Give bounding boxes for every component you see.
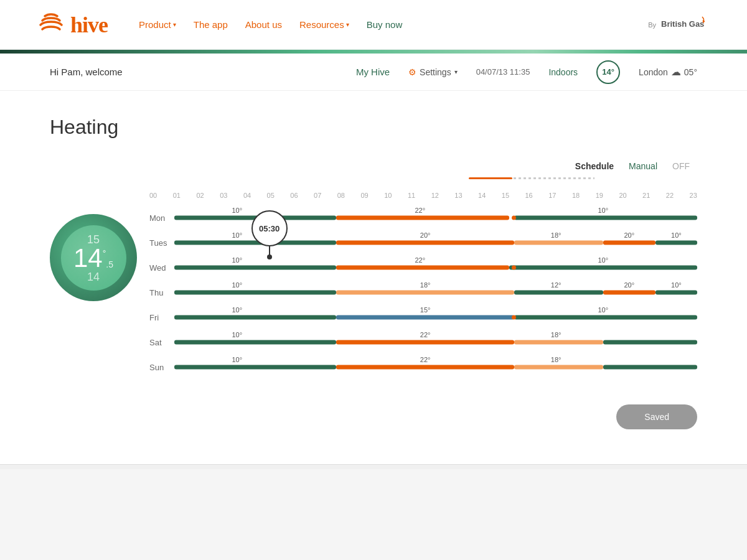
main-nav: Product ▾ The app About us Resources ▾ B…: [139, 19, 648, 30]
by-label: By: [648, 21, 656, 29]
settings-gear-icon: ⚙: [408, 67, 416, 77]
nav-buy-now[interactable]: Buy now: [367, 19, 403, 30]
schedule-area: 00 01 02 03 04 05 06 07 08 09 10 11 12 1…: [149, 192, 697, 429]
tab-manual[interactable]: Manual: [621, 157, 665, 175]
day-label: Wed: [149, 263, 174, 273]
header: hive Product ▾ The app About us Resource…: [0, 0, 747, 50]
saved-button[interactable]: Saved: [616, 404, 697, 429]
hive-logo-icon: [37, 11, 65, 39]
table-row: Tues 10° 20° 18° 20° 10°: [149, 230, 697, 255]
sub-header: Hi Pam, welcome My Hive ⚙ Settings ▾ 04/…: [0, 54, 747, 91]
table-row: Mon 10° 22° 10°: [149, 205, 697, 230]
chevron-down-icon: ▾: [173, 21, 176, 28]
nav-about-us[interactable]: About us: [245, 19, 282, 30]
indoors-label: Indoors: [548, 67, 578, 77]
tab-off[interactable]: OFF: [665, 157, 697, 175]
thermostat-widget: 15 14 ° .5 14: [50, 214, 137, 301]
day-label: Sun: [149, 363, 174, 372]
main-content: Heating Schedule Manual OFF 15: [0, 91, 747, 464]
svg-text:British Gas: British Gas: [661, 19, 704, 29]
chevron-down-icon: ▾: [346, 21, 349, 28]
chevron-down-icon: ▾: [454, 68, 458, 75]
british-gas-logo-icon: British Gas: [660, 14, 710, 35]
location-weather: London ☁ 05°: [639, 66, 697, 78]
logo-text: hive: [70, 12, 108, 38]
day-label: Mon: [149, 213, 174, 223]
table-row: Thu 10° 18° 12° 20° 10°: [149, 280, 697, 305]
footer-bar: [0, 464, 747, 469]
tab-schedule[interactable]: Schedule: [568, 157, 621, 175]
indoors-temp-circle: 14°: [596, 60, 620, 84]
schedule-tabs: Schedule Manual OFF: [50, 157, 697, 175]
decimal-temp: .5: [106, 260, 113, 269]
table-row: Fri 10° 15° 10°: [149, 305, 697, 330]
my-hive-link[interactable]: My Hive: [356, 67, 390, 77]
table-row: Sat 10° 22° 18°: [149, 330, 697, 355]
table-row: Wed 10° 22° 10°: [149, 255, 697, 280]
day-label: Sat: [149, 338, 174, 347]
nav-product[interactable]: Product ▾: [139, 19, 176, 30]
datetime-display: 04/07/13 11:35: [476, 67, 530, 77]
welcome-message: Hi Pam, welcome: [50, 67, 337, 77]
logo-area[interactable]: hive: [37, 11, 108, 39]
day-label: Thu: [149, 288, 174, 297]
nav-resources[interactable]: Resources ▾: [299, 19, 349, 30]
cloud-icon: ☁: [671, 66, 681, 78]
day-label: Fri: [149, 313, 174, 322]
nav-the-app[interactable]: The app: [194, 19, 228, 30]
table-row: Sun 10° 22° 18°: [149, 355, 697, 380]
days-rows: Mon 10° 22° 10°: [149, 205, 697, 380]
day-label: Tues: [149, 238, 174, 248]
degree-symbol: °: [103, 249, 106, 258]
settings-button[interactable]: ⚙ Settings ▾: [408, 67, 458, 77]
tab-underline: [50, 177, 697, 179]
british-gas-branding: By British Gas: [648, 14, 710, 35]
current-temp: 14: [73, 245, 103, 271]
floor-temp: 14: [87, 271, 100, 282]
time-tooltip: 05:30: [251, 210, 288, 259]
time-axis: 00 01 02 03 04 05 06 07 08 09 10 11 12 1…: [149, 192, 697, 203]
page-title: Heating: [50, 116, 697, 139]
